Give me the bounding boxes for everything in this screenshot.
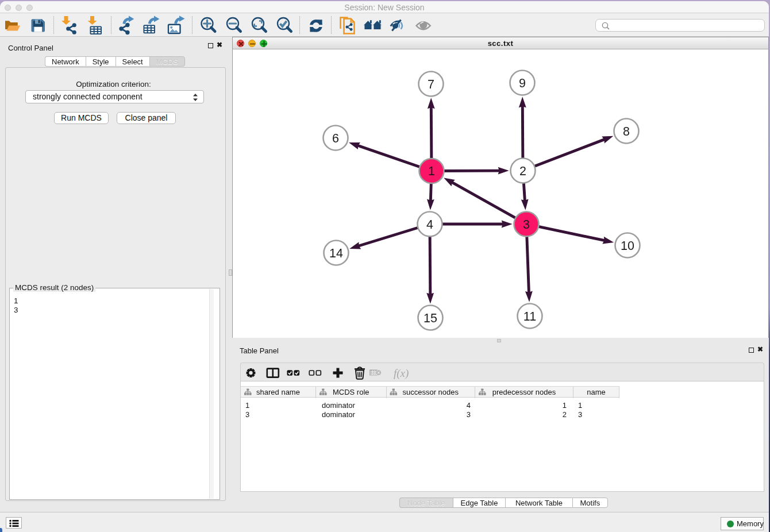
svg-text:2: 2: [519, 164, 526, 178]
svg-text:1: 1: [428, 164, 435, 178]
svg-text:10: 10: [621, 239, 634, 253]
svg-text:4: 4: [426, 218, 433, 232]
svg-text:7: 7: [428, 78, 434, 91]
svg-text:15: 15: [424, 311, 437, 325]
svg-text:f(x): f(x): [394, 367, 409, 380]
svg-text:6: 6: [332, 132, 339, 145]
svg-text:14: 14: [329, 246, 343, 260]
svg-text:11: 11: [523, 310, 536, 323]
svg-text:8: 8: [623, 125, 630, 138]
svg-text:9: 9: [519, 76, 526, 90]
svg-text:3: 3: [523, 218, 530, 232]
